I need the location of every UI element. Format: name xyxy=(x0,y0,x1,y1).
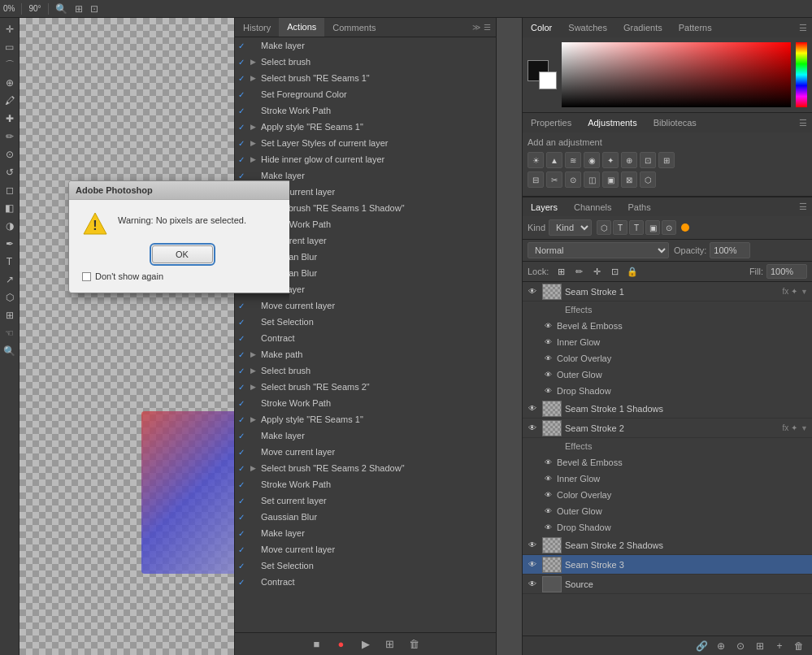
delete-action-btn[interactable]: 🗑 xyxy=(406,635,423,653)
expand-arrow[interactable]: ▼ xyxy=(801,424,809,432)
tool-move[interactable]: ✛ xyxy=(2,21,18,37)
tab-color[interactable]: Color xyxy=(523,20,560,36)
action-item[interactable]: ✓ Contract xyxy=(235,330,496,346)
tool-clone[interactable]: ⊙ xyxy=(2,146,18,163)
adj-hsl[interactable]: ✦ xyxy=(602,152,619,168)
filter-type[interactable]: T xyxy=(629,220,644,235)
layer-effect-item[interactable]: 👁 Inner Glow xyxy=(523,334,812,350)
new-layer-btn[interactable]: + xyxy=(771,639,788,653)
tool-eyedrop[interactable]: 🖍 xyxy=(2,93,18,109)
layer-effect-item[interactable]: 👁 Color Overlay xyxy=(523,350,812,367)
tool-brush[interactable]: ✏ xyxy=(2,128,18,145)
blend-mode-select[interactable]: Normal xyxy=(528,242,669,258)
lock-all[interactable]: 🔒 xyxy=(625,264,640,279)
adj-color-lookup[interactable]: ✂ xyxy=(546,171,562,188)
fill-input[interactable] xyxy=(766,264,807,279)
tool-gradient[interactable]: ◧ xyxy=(2,200,18,216)
tab-channels[interactable]: Channels xyxy=(566,199,619,215)
action-item[interactable]: ✓ ▶ Hide inner glow of current layer xyxy=(235,151,496,167)
action-item[interactable]: ✓ Set current layer xyxy=(235,492,496,509)
action-item[interactable]: ✓ Stroke Work Path xyxy=(235,476,496,492)
filter-pixel[interactable]: ⬡ xyxy=(597,220,611,235)
layer-eye[interactable]: 👁 xyxy=(526,285,539,298)
effect-eye[interactable]: 👁 xyxy=(542,505,554,517)
action-item[interactable]: ✓ Set Selection xyxy=(235,557,496,574)
tab-paths[interactable]: Paths xyxy=(620,199,659,215)
layer-effect-item[interactable]: 👁 Color Overlay xyxy=(523,487,812,503)
tool-dodge[interactable]: ◑ xyxy=(2,218,18,234)
layer-effect-item[interactable]: 👁 Bevel & Emboss xyxy=(523,454,812,471)
tab-gradients[interactable]: Gradients xyxy=(615,20,671,36)
effect-eye[interactable]: 👁 xyxy=(542,473,554,484)
color-panel-menu[interactable]: ☰ xyxy=(799,23,812,33)
adj-vibrance[interactable]: ◉ xyxy=(584,152,600,168)
layer-eye[interactable]: 👁 xyxy=(526,558,539,571)
action-item[interactable]: ✓ Set Foreground Color xyxy=(235,86,496,102)
action-item[interactable]: ✓ Move current layer xyxy=(235,541,496,557)
tool-zoom[interactable]: 🔍 xyxy=(2,343,18,359)
adj-bw[interactable]: ⊡ xyxy=(640,152,656,168)
tool-heal[interactable]: ✚ xyxy=(2,111,18,127)
layers-filter-select[interactable]: Kind xyxy=(549,219,592,236)
adj-gradient-map[interactable]: ⬡ xyxy=(640,171,656,188)
action-item[interactable]: ✓ Move current layer xyxy=(235,444,496,460)
adj-invert[interactable]: ⊙ xyxy=(565,171,581,188)
adj-brightness[interactable]: ☀ xyxy=(528,152,544,168)
layer-item[interactable]: 👁 Seam Stroke 2 fx ✦ ▼ xyxy=(523,419,812,438)
tab-swatches[interactable]: Swatches xyxy=(560,20,615,36)
opacity-input[interactable] xyxy=(710,242,750,258)
tool-select[interactable]: ▭ xyxy=(2,39,18,55)
action-item[interactable]: ✓ Set Selection xyxy=(235,314,496,330)
tool-3d[interactable]: ⊞ xyxy=(2,307,18,323)
action-item[interactable]: ✓ ▶ Select brush xyxy=(235,54,496,70)
action-item[interactable]: ✓ ▶ Make path xyxy=(235,346,496,362)
layer-effect-item[interactable]: 👁 Inner Glow xyxy=(523,471,812,487)
add-mask-btn[interactable]: ⊙ xyxy=(732,639,749,653)
color-spectrum[interactable] xyxy=(796,42,807,107)
adj-posterize[interactable]: ◫ xyxy=(584,171,600,188)
lock-artboard[interactable]: ⊡ xyxy=(607,264,622,279)
tab-adjustments[interactable]: Adjustments xyxy=(580,115,645,131)
new-group-btn[interactable]: ⊞ xyxy=(752,639,768,653)
tab-properties[interactable]: Properties xyxy=(523,115,580,131)
new-action-set-btn[interactable]: ⊞ xyxy=(381,635,399,653)
action-item[interactable]: ✓ ▶ Apply style "RE Seams 1" xyxy=(235,119,496,135)
layer-effect-item[interactable]: 👁 Outer Glow xyxy=(523,367,812,383)
record-btn[interactable]: ● xyxy=(332,635,350,653)
action-item[interactable]: ✓ Contract xyxy=(235,574,496,590)
tool-history-brush[interactable]: ↺ xyxy=(2,164,18,180)
lock-position[interactable]: ✛ xyxy=(589,264,604,279)
layer-effect-item[interactable]: 👁 Drop Shadow xyxy=(523,519,812,536)
tab-patterns[interactable]: Patterns xyxy=(671,20,720,36)
action-item[interactable]: ✓ ▶ Apply style "RE Seams 1" xyxy=(235,411,496,427)
adj-curves[interactable]: ▲ xyxy=(546,152,562,168)
tool-hand[interactable]: ☜ xyxy=(2,325,18,341)
add-style-btn[interactable]: ⊕ xyxy=(713,639,729,653)
action-item[interactable]: ✓ ▶ Select brush "RE Seams 1" xyxy=(235,70,496,86)
layer-item[interactable]: 👁 Seam Stroke 2 Shadows xyxy=(523,536,812,555)
action-item[interactable]: ✓ Make layer xyxy=(235,37,496,54)
layer-eye[interactable]: 👁 xyxy=(526,402,539,415)
layer-item[interactable]: 👁 Seam Stroke 1 Shadows xyxy=(523,399,812,419)
tool-shape[interactable]: ⬡ xyxy=(2,289,18,306)
action-item[interactable]: ✓ ▶ Select brush "RE Seams 2 Shadow" xyxy=(235,460,496,476)
play-btn[interactable]: ▶ xyxy=(357,635,375,653)
action-item[interactable]: ✓ ▶ Select brush "RE Seams 2" xyxy=(235,379,496,395)
layer-eye[interactable]: 👁 xyxy=(526,578,539,591)
layer-effect-item[interactable]: 👁 Drop Shadow xyxy=(523,383,812,399)
effect-eye[interactable]: 👁 xyxy=(542,489,554,501)
action-item[interactable]: ✓ Make layer xyxy=(235,427,496,444)
adj-threshold[interactable]: ▣ xyxy=(602,171,619,188)
filter-adjust[interactable]: T xyxy=(613,220,627,235)
action-item[interactable]: ✓ ▶ Set Layer Styles of current layer xyxy=(235,135,496,151)
effect-eye[interactable]: 👁 xyxy=(542,369,554,380)
dont-show-checkbox[interactable] xyxy=(82,272,91,281)
effect-eye[interactable]: 👁 xyxy=(542,336,554,348)
layer-eye[interactable]: 👁 xyxy=(526,539,539,552)
expand-arrow[interactable]: ▼ xyxy=(801,288,809,296)
action-item[interactable]: ✓ Stroke Work Path xyxy=(235,102,496,119)
background-color[interactable] xyxy=(539,72,557,89)
effect-eye[interactable]: 👁 xyxy=(542,385,554,397)
action-item[interactable]: ✓ Gaussian Blur xyxy=(235,509,496,525)
layers-menu[interactable]: ☰ xyxy=(799,202,812,212)
